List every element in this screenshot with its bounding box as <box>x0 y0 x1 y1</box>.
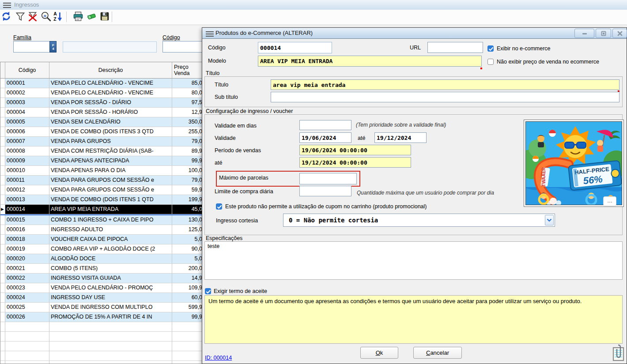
dlg-codigo-input <box>258 42 332 53</box>
cancel-label: Cancelar <box>426 349 449 356</box>
termo-checkbox[interactable] <box>205 288 211 294</box>
table-row[interactable]: 000008VENDA COM RESTRIÇÃO DIÁRIA (SAB-89… <box>0 146 204 156</box>
table-row[interactable]: 000021COMBO (5 ITENS)200,0 <box>0 264 204 274</box>
max-parcelas-label: Máximo de parcelas <box>219 175 268 181</box>
table-row[interactable]: 000015COMBO 1 INGRESSO + CAIXA DE PIPO13… <box>0 215 204 225</box>
table-row[interactable]: 000012VENDA PARA GRUPOS COM SESSÃO e59,9 <box>0 185 204 195</box>
max-parcelas-input[interactable] <box>299 173 357 184</box>
table-row-empty[interactable] <box>0 332 204 341</box>
toolbar-separator <box>66 11 67 22</box>
table-row-empty[interactable] <box>0 351 204 361</box>
clear-filter-icon[interactable] <box>27 11 39 23</box>
url-input[interactable] <box>427 42 483 53</box>
save-icon[interactable] <box>99 11 111 23</box>
cortesia-combobox[interactable]: 0 = Não permite cortesia <box>283 214 555 227</box>
slide-text: TWAAER <box>541 167 546 187</box>
familia-desc-input <box>63 41 157 53</box>
menu-icon[interactable] <box>3 1 11 8</box>
subtitulo-input[interactable] <box>271 92 619 102</box>
refresh-icon[interactable] <box>1 11 12 23</box>
table-row[interactable]: 000026PROMOÇÃO DE 15% A PARTIR DE 4 IN99… <box>0 312 204 322</box>
periodo-ate-input[interactable] <box>299 157 411 168</box>
dialog-menu-icon[interactable] <box>206 30 214 36</box>
product-image-illustration: TWAAER HALF-PRICE 56% <box>526 122 622 205</box>
grid-header-descricao[interactable]: Descrição <box>49 62 172 78</box>
table-row[interactable]: 000001VENDA PELO CALENDÁRIO - VENCIME85,… <box>0 79 204 88</box>
modelo-input[interactable] <box>258 56 482 67</box>
table-row[interactable]: 000007VENDA PARA GRUPOS79,0 <box>0 137 204 146</box>
table-row[interactable]: 000023VENDA PELO CALENDÁRIO - PROMOÇ109,… <box>0 283 204 293</box>
ok-button[interactable]: Ok <box>360 347 398 359</box>
nao-exibir-checkbox[interactable] <box>487 59 494 65</box>
periodo-de-input[interactable] <box>299 145 411 155</box>
filter-icon[interactable] <box>15 11 26 23</box>
ecommerce-product-dialog: Produtos do e-Commerce (ALTERAR) Código … <box>202 27 627 364</box>
ok-label: Ok <box>376 349 383 356</box>
main-window-title: Ingressos <box>14 1 39 8</box>
dialog-titlebar: Produtos do e-Commerce (ALTERAR) <box>202 28 627 39</box>
table-row[interactable]: 000022INGRESSO VISITA GUIADA14,9 <box>0 274 204 283</box>
eraser-icon[interactable] <box>86 11 98 23</box>
cupom-checkbox[interactable] <box>216 203 222 210</box>
table-row-empty[interactable] <box>0 361 204 364</box>
termo-textarea[interactable]: Um termo de aceite é um documento que ap… <box>204 295 623 344</box>
preco-line2: Venda <box>174 70 189 76</box>
especificacoes-caption: Especificações <box>206 235 242 241</box>
titulo-input[interactable] <box>271 79 619 90</box>
cupom-checkbox-label[interactable]: Este produto não permite a utilização de… <box>225 203 427 210</box>
table-row[interactable]: 000018VOUCHER CAIXA DE PIPOCA5,0 <box>0 235 204 244</box>
titulo-label: Título <box>215 82 228 88</box>
table-row[interactable]: 000006VENDA DE COMBO (DOIS ITENS 3 QTD25… <box>0 127 204 137</box>
table-row[interactable]: 000025VENDA DE INGRESSO COM MULTIPLO599,… <box>0 303 204 312</box>
table-row[interactable]: 000020ALGODÃO DOCE5,0 <box>0 254 204 264</box>
grid-header: Código Descrição Preço Venda <box>0 62 204 79</box>
table-row-empty[interactable] <box>0 341 204 351</box>
familia-input[interactable] <box>13 41 50 53</box>
exibir-checkbox[interactable] <box>487 45 494 52</box>
exibir-checkbox-label[interactable]: Exibir no e-commerce <box>497 45 551 52</box>
table-row[interactable]: 000005VENDA SEM CALENDÁRIO350,0 <box>0 117 204 127</box>
nao-exibir-checkbox-label[interactable]: Não exibir preço de venda no ecommerce <box>497 59 599 65</box>
find-icon[interactable]: n <box>41 11 52 23</box>
especificacoes-textarea[interactable]: teste <box>204 241 623 280</box>
ate2-label: até <box>215 160 222 166</box>
table-row[interactable]: 000009VENDA APENAS ANTECIPADA99,9 <box>0 156 204 166</box>
table-row[interactable]: 000002VENDA PELO CALENDÁRIO - VENCIME80,… <box>0 88 204 98</box>
maximize-button[interactable] <box>596 29 611 38</box>
table-row[interactable]: 000003VENDA POR SESSÃO - DIÁRIO97,5 <box>0 98 204 108</box>
print-icon[interactable] <box>73 11 84 23</box>
grid-header-codigo[interactable]: Código <box>5 62 49 78</box>
table-row-empty[interactable] <box>0 322 204 332</box>
table-row[interactable]: 000010VENDA APENAS PARA O DIA100,0 <box>0 166 204 176</box>
table-row[interactable]: 000004VENDA POR SESSÃO - HORÁRIO12,9 <box>0 108 204 117</box>
table-row[interactable]: 000024INGRESSO DAY USE60,0 <box>0 293 204 303</box>
id-link[interactable]: ID: 000014 <box>205 355 232 361</box>
table-row[interactable]: 000013VENDA DE COMBO (DOIS ITENS 1 QTD19… <box>0 195 204 205</box>
cortesia-dropdown-icon[interactable] <box>545 215 554 225</box>
table-row[interactable]: ▶000014AREA VIP MEIA ENTRADA45,0 <box>0 205 204 215</box>
validade-ate-input[interactable] <box>374 132 427 143</box>
products-grid: Código Descrição Preço Venda 000001VENDA… <box>0 62 204 364</box>
notes-icon[interactable] <box>612 344 624 364</box>
required-marker <box>480 68 482 69</box>
sort-az-icon[interactable]: A Z <box>53 11 64 23</box>
table-row[interactable]: 000016INGRESSO ADULTO125,0 <box>0 225 204 235</box>
familia-f4-button[interactable]: F4 <box>49 41 57 53</box>
table-row[interactable]: 000011VENDA PARA GRUPOS COM SESSÃO e79,0 <box>0 176 204 185</box>
table-row[interactable]: 000019COMBO AREA VIP + ALGODÃO DOCE (290… <box>0 244 204 254</box>
minimize-button[interactable] <box>574 29 594 38</box>
validade-dias-input[interactable] <box>299 120 351 130</box>
limite-input[interactable] <box>299 186 351 196</box>
screen: Ingressos <box>0 0 627 364</box>
grid-header-preco[interactable]: Preço Venda <box>172 62 204 78</box>
limite-label: Limiite de compra diária <box>215 188 273 195</box>
url-label: URL <box>410 45 421 51</box>
periodo-label: Período de vendas <box>215 147 261 154</box>
close-button[interactable] <box>612 29 627 38</box>
cancel-button[interactable]: Cancelar <box>413 347 462 359</box>
modelo-label: Modelo <box>208 58 226 64</box>
termo-checkbox-label[interactable]: Exigir termo de aceite <box>214 288 267 294</box>
codigo-filter-input[interactable] <box>162 41 205 53</box>
image-more-button[interactable]: … <box>603 196 616 206</box>
validade-de-input[interactable] <box>299 132 351 143</box>
